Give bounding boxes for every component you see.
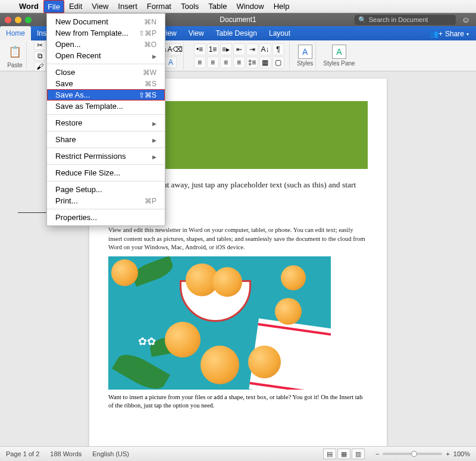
menu-item-label: New from Template... xyxy=(55,29,129,37)
menu-separator xyxy=(47,209,165,209)
menu-item-open-recent[interactable]: Open Recent xyxy=(47,50,165,61)
zoom-window[interactable] xyxy=(25,17,32,23)
caption-text[interactable]: Want to insert a picture from your files… xyxy=(108,393,368,410)
indent-left[interactable]: ⇤ xyxy=(233,43,245,55)
menu-separator xyxy=(47,148,165,148)
text-effects[interactable]: A xyxy=(165,57,177,68)
format-painter[interactable]: 🖌 xyxy=(34,62,46,71)
menu-item-label: Page Setup... xyxy=(55,185,102,194)
outline-view[interactable]: ▥ xyxy=(352,449,365,459)
language[interactable]: English (US) xyxy=(92,450,129,457)
align-left[interactable]: ≡ xyxy=(194,57,206,68)
zoom-control: − + 100% xyxy=(375,450,470,457)
menu-item-open[interactable]: Open...⌘O xyxy=(47,39,165,50)
show-marks[interactable]: ¶ xyxy=(273,43,284,55)
submenu-arrow-icon xyxy=(152,118,156,127)
borders[interactable]: ▢ xyxy=(273,57,284,68)
menu-item-restore[interactable]: Restore xyxy=(47,117,165,128)
view-buttons: ▤ ▦ ▥ xyxy=(323,449,365,459)
multilevel[interactable]: ≡▸ xyxy=(220,43,232,55)
menu-item-label: Reduce File Size... xyxy=(55,168,120,177)
menu-item-new-from-template[interactable]: New from Template...⇧⌘P xyxy=(47,27,165,39)
menu-item-label: Properties... xyxy=(55,213,97,222)
menu-shortcut: ⇧⌘S xyxy=(139,91,156,99)
menu-format[interactable]: Format xyxy=(142,0,176,13)
menu-shortcut: ⇧⌘P xyxy=(139,29,156,37)
paragraph-group: •≡ 1≡ ≡▸ ⇤ ⇥ A↓ ¶ ≡ ≡ ≡ ≡ ‡≡ ▦ ▢ xyxy=(189,42,290,70)
apple-menu[interactable] xyxy=(5,0,14,13)
numbering[interactable]: 1≡ xyxy=(207,43,219,55)
zoom-in[interactable]: + xyxy=(446,450,449,457)
line-spacing[interactable]: ‡≡ xyxy=(246,57,258,68)
menu-shortcut: ⌘W xyxy=(143,68,156,77)
menu-window[interactable]: Window xyxy=(231,0,268,13)
menu-insert[interactable]: Insert xyxy=(113,0,142,13)
menu-separator xyxy=(47,64,165,64)
menu-file[interactable]: File xyxy=(43,0,64,13)
search-field[interactable]: 🔍 Search in Document xyxy=(355,15,456,25)
menu-item-page-setup[interactable]: Page Setup... xyxy=(47,184,165,195)
menu-item-restrict-permissions[interactable]: Restrict Permissions xyxy=(47,150,165,162)
align-center[interactable]: ≡ xyxy=(207,57,219,68)
menu-item-save-as[interactable]: Save As...⇧⌘S xyxy=(47,89,165,101)
app-name[interactable]: Word xyxy=(14,0,43,13)
menu-item-label: Close xyxy=(55,68,75,77)
minimize-window[interactable] xyxy=(15,17,21,23)
traffic-lights xyxy=(0,17,36,23)
web-layout-view[interactable]: ▦ xyxy=(337,449,350,459)
cut-button[interactable]: ✂ xyxy=(34,40,46,50)
menu-item-properties[interactable]: Properties... xyxy=(47,212,165,223)
menu-tools[interactable]: Tools xyxy=(176,0,203,13)
copy-button[interactable]: ⧉ xyxy=(34,51,46,61)
help-icon[interactable]: ☺ xyxy=(456,15,476,24)
search-placeholder: Search in Document xyxy=(369,16,428,23)
menu-item-share[interactable]: Share xyxy=(47,134,165,145)
zoom-out[interactable]: − xyxy=(375,450,379,457)
menu-item-save-as-template[interactable]: Save as Template... xyxy=(47,101,165,112)
clear-format[interactable]: A⌫ xyxy=(169,43,181,55)
styles-gallery[interactable]: A xyxy=(298,45,312,59)
menu-item-reduce-file-size[interactable]: Reduce File Size... xyxy=(47,167,165,178)
close-window[interactable] xyxy=(5,17,11,23)
styles-pane-button[interactable]: A xyxy=(332,45,346,59)
menu-item-label: Print... xyxy=(55,196,78,205)
menu-item-new-document[interactable]: New Document⌘N xyxy=(47,16,165,27)
page-indicator[interactable]: Page 1 of 2 xyxy=(6,450,39,457)
tab-table-design[interactable]: Table Design xyxy=(210,26,263,40)
zoom-slider[interactable] xyxy=(383,453,442,455)
word-count[interactable]: 188 Words xyxy=(50,450,82,457)
menu-help[interactable]: Help xyxy=(269,0,295,13)
tab-home[interactable]: Home xyxy=(0,26,31,40)
menu-item-save[interactable]: Save⌘S xyxy=(47,78,165,89)
submenu-arrow-icon xyxy=(152,152,156,161)
shading[interactable]: ▦ xyxy=(259,57,271,68)
menu-edit[interactable]: Edit xyxy=(64,0,87,13)
paste-icon[interactable]: 📋 xyxy=(6,43,24,61)
inline-image[interactable]: ✿✿ xyxy=(108,256,331,390)
menu-item-label: Save xyxy=(55,79,73,88)
share-icon: 👥+ xyxy=(430,30,443,38)
tab-layout[interactable]: Layout xyxy=(263,26,296,40)
submenu-arrow-icon xyxy=(152,135,156,144)
align-right[interactable]: ≡ xyxy=(220,57,232,68)
menu-item-print[interactable]: Print...⌘P xyxy=(47,195,165,206)
mac-menubar: Word File Edit View Insert Format Tools … xyxy=(0,0,476,13)
indent-right[interactable]: ⇥ xyxy=(246,43,258,55)
menu-item-close[interactable]: Close⌘W xyxy=(47,67,165,78)
justify[interactable]: ≡ xyxy=(233,57,245,68)
print-layout-view[interactable]: ▤ xyxy=(323,449,336,459)
styles-pane-group: A Styles Pane xyxy=(321,42,357,70)
bullets[interactable]: •≡ xyxy=(194,43,206,55)
zoom-value[interactable]: 100% xyxy=(453,450,470,457)
tab-view[interactable]: View xyxy=(183,26,210,40)
menu-item-label: Open Recent xyxy=(55,51,101,60)
body-text[interactable]: View and edit this newsletter in Word on… xyxy=(108,226,368,252)
menu-separator xyxy=(47,181,165,181)
share-button[interactable]: 👥+Share▾ xyxy=(422,27,476,40)
paste-label: Paste xyxy=(7,62,23,68)
menu-shortcut: ⌘P xyxy=(145,197,156,205)
sort[interactable]: A↓ xyxy=(259,43,271,55)
search-icon: 🔍 xyxy=(358,16,367,24)
menu-table[interactable]: Table xyxy=(203,0,231,13)
menu-view[interactable]: View xyxy=(87,0,113,13)
